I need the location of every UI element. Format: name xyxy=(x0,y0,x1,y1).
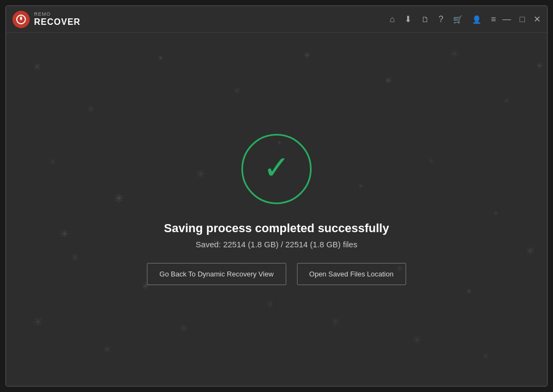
go-back-button[interactable]: Go Back To Dynamic Recovery View xyxy=(147,263,286,285)
snowflake: ✳ xyxy=(103,344,111,355)
help-icon[interactable]: ? xyxy=(439,15,443,24)
snowflake: ✳ xyxy=(71,252,79,263)
maximize-button[interactable]: □ xyxy=(520,15,525,24)
success-title: Saving process completed successfully xyxy=(164,221,389,235)
snowflake: ✳ xyxy=(114,192,124,206)
center-content: ✓ Saving process completed successfully … xyxy=(147,134,406,285)
download-icon[interactable]: ⬇ xyxy=(404,14,412,24)
snowflake: ✳ xyxy=(450,47,460,60)
logo-recover: RECOVER xyxy=(34,17,80,27)
snowflake: ✳ xyxy=(385,75,392,86)
main-content: ✳✳✳✳✳✳✳✳✳✳✳✳✳✳✳✳✳✳✳✳✳✳✳✳✳✳✳✳✳✳ ✓ Saving … xyxy=(6,33,547,386)
action-buttons: Go Back To Dynamic Recovery View Open Sa… xyxy=(147,263,406,285)
title-bar-icons: ⌂ ⬇ 🗋 ? 🛒 👤 ≡ xyxy=(389,14,496,24)
snowflake: ✳ xyxy=(87,104,95,115)
window-controls: — □ ✕ xyxy=(502,14,541,24)
snowflake: ✳ xyxy=(266,298,274,310)
open-saved-files-button[interactable]: Open Saved Files Location xyxy=(297,263,406,285)
snowflake: ✳ xyxy=(60,227,69,240)
snowflake: ✳ xyxy=(412,333,422,347)
success-circle: ✓ xyxy=(241,134,312,204)
app-window: remo RECOVER ⌂ ⬇ 🗋 ? 🛒 👤 ≡ — □ ✕ ✳✳✳✳✳ xyxy=(5,5,548,387)
close-button[interactable]: ✕ xyxy=(534,14,541,24)
checkmark-icon: ✓ xyxy=(263,152,290,184)
success-subtitle: Saved: 22514 (1.8 GB) / 22514 (1.8 GB) f… xyxy=(195,240,357,249)
snowflake: ✳ xyxy=(304,51,311,60)
snowflake: ✳ xyxy=(482,351,489,361)
menu-icon[interactable]: ≡ xyxy=(491,15,496,24)
cart-icon[interactable]: 🛒 xyxy=(453,15,462,24)
minimize-button[interactable]: — xyxy=(502,15,511,24)
app-logo-icon xyxy=(12,11,30,28)
snowflake: ✳ xyxy=(233,86,241,97)
title-bar: remo RECOVER ⌂ ⬇ 🗋 ? 🛒 👤 ≡ — □ ✕ xyxy=(6,6,547,33)
snowflake: ✳ xyxy=(33,315,43,329)
snowflake: ✳ xyxy=(33,61,42,73)
snowflake: ✳ xyxy=(331,315,340,329)
file-icon[interactable]: 🗋 xyxy=(421,15,429,24)
snowflake: ✳ xyxy=(179,322,188,335)
snowflake: ✳ xyxy=(158,54,164,62)
home-icon[interactable]: ⌂ xyxy=(389,15,395,24)
snowflake: ✳ xyxy=(525,245,535,258)
snowflake: ✳ xyxy=(428,157,435,166)
user-icon[interactable]: 👤 xyxy=(472,15,481,24)
snowflake: ✳ xyxy=(536,61,543,71)
snowflake: ✳ xyxy=(49,157,56,167)
snowflake: ✳ xyxy=(504,97,510,105)
logo-remo: remo xyxy=(34,12,80,17)
logo-area: remo RECOVER xyxy=(12,11,80,28)
snowflake: ✳ xyxy=(466,287,472,295)
logo-text: remo RECOVER xyxy=(34,12,80,26)
snowflake: ✳ xyxy=(493,209,498,217)
